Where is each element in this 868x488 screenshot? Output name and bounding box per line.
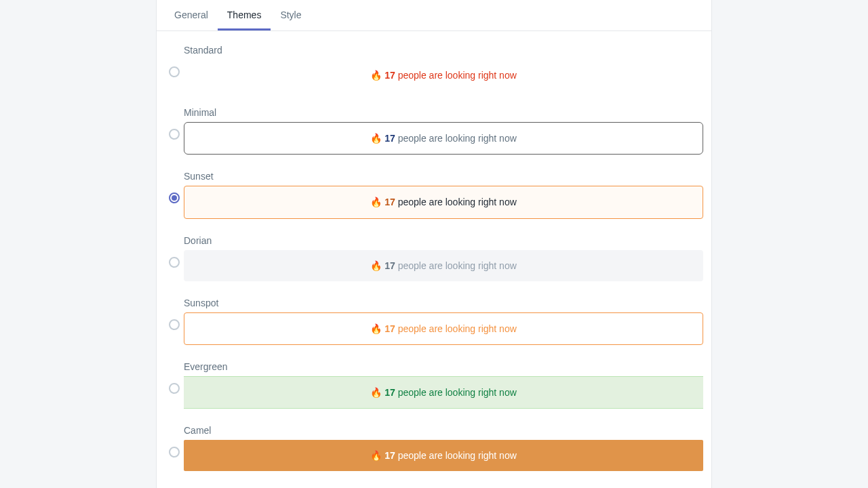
- tab-style[interactable]: Style: [271, 0, 311, 30]
- preview-count: 17: [384, 70, 395, 81]
- preview-message: people are looking right now: [398, 260, 517, 271]
- theme-preview-minimal: 🔥17 people are looking right now: [184, 122, 703, 155]
- theme-label: Evergreen: [184, 361, 703, 372]
- radio-evergreen[interactable]: [169, 383, 180, 394]
- theme-preview-evergreen: 🔥17 people are looking right now: [184, 376, 703, 409]
- radio-sunspot[interactable]: [169, 319, 180, 330]
- radio-minimal[interactable]: [169, 129, 180, 140]
- theme-preview-sunspot: 🔥17 people are looking right now: [184, 312, 703, 345]
- theme-label: Minimal: [184, 107, 703, 118]
- settings-panel: General Themes Style Standard 🔥17 people…: [156, 0, 712, 488]
- fire-icon: 🔥: [370, 260, 382, 271]
- theme-option-dorian[interactable]: Dorian 🔥17 people are looking right now: [165, 228, 703, 291]
- theme-options: Standard 🔥17 people are looking right no…: [157, 31, 711, 488]
- radio-sunset[interactable]: [169, 192, 180, 203]
- fire-icon: 🔥: [370, 387, 382, 398]
- theme-preview-dorian: 🔥17 people are looking right now: [184, 250, 703, 281]
- theme-option-minimal[interactable]: Minimal 🔥17 people are looking right now: [165, 100, 703, 164]
- theme-label: Camel: [184, 425, 703, 436]
- preview-message: people are looking right now: [398, 323, 517, 334]
- preview-message: people are looking right now: [398, 70, 517, 81]
- theme-label: Standard: [184, 45, 703, 56]
- preview-count: 17: [384, 197, 395, 207]
- theme-preview-sunset: 🔥17 people are looking right now: [184, 186, 703, 218]
- theme-option-sunset[interactable]: Sunset 🔥17 people are looking right now: [165, 164, 703, 228]
- fire-icon: 🔥: [370, 70, 382, 81]
- tab-themes[interactable]: Themes: [218, 0, 271, 30]
- tab-general[interactable]: General: [165, 0, 218, 30]
- theme-label: Sunset: [184, 171, 703, 182]
- preview-count: 17: [384, 133, 395, 144]
- fire-icon: 🔥: [370, 450, 382, 461]
- theme-preview-standard: 🔥17 people are looking right now: [184, 60, 703, 91]
- theme-option-evergreen[interactable]: Evergreen 🔥17 people are looking right n…: [165, 354, 703, 418]
- preview-message: people are looking right now: [398, 387, 517, 398]
- preview-count: 17: [384, 323, 395, 334]
- theme-label: Sunspot: [184, 298, 703, 308]
- theme-option-ocean[interactable]: Ocean 🔥17 people are looking right now: [165, 481, 703, 488]
- radio-standard[interactable]: [169, 66, 180, 77]
- theme-preview-camel: 🔥17 people are looking right now: [184, 440, 703, 471]
- preview-count: 17: [384, 450, 395, 461]
- radio-dorian[interactable]: [169, 257, 180, 268]
- fire-icon: 🔥: [370, 133, 382, 144]
- radio-camel[interactable]: [169, 447, 180, 458]
- preview-message: people are looking right now: [398, 133, 517, 144]
- theme-label: Dorian: [184, 235, 703, 246]
- fire-icon: 🔥: [370, 197, 382, 207]
- preview-message: people are looking right now: [398, 197, 517, 207]
- theme-option-camel[interactable]: Camel 🔥17 people are looking right now: [165, 418, 703, 481]
- theme-option-sunspot[interactable]: Sunspot 🔥17 people are looking right now: [165, 291, 703, 354]
- preview-message: people are looking right now: [398, 450, 517, 461]
- theme-option-standard[interactable]: Standard 🔥17 people are looking right no…: [165, 38, 703, 100]
- preview-count: 17: [384, 387, 395, 398]
- fire-icon: 🔥: [370, 323, 382, 334]
- preview-count: 17: [384, 260, 395, 271]
- tab-list: General Themes Style: [157, 0, 711, 31]
